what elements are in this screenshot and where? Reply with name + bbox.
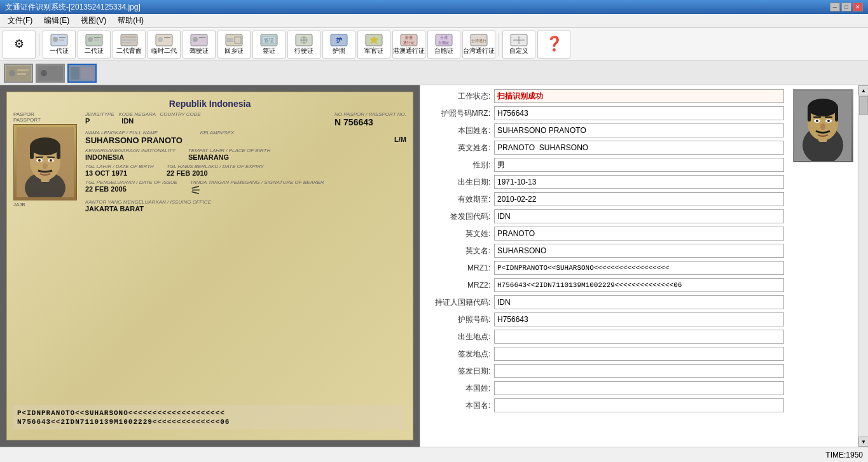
issuedate-input[interactable]: [494, 364, 784, 378]
svg-rect-14: [164, 37, 170, 38]
idtemp-button[interactable]: 临时二代: [148, 31, 181, 59]
scroll-up-button[interactable]: ▲: [858, 85, 868, 95]
menu-edit[interactable]: 编辑(E): [39, 14, 74, 27]
help-button[interactable]: ❓: [537, 31, 570, 59]
svg-point-44: [9, 70, 15, 76]
passport-button[interactable]: 护 护照: [322, 31, 355, 59]
menu-view[interactable]: 视图(V): [76, 14, 111, 27]
id1-icon: [50, 34, 68, 46]
thumb2-preview: [69, 66, 95, 81]
cnname-input[interactable]: [494, 123, 784, 137]
field-row-dob: 出生日期:: [424, 175, 784, 189]
cngiven-input[interactable]: [494, 398, 784, 412]
military-label: 军官证: [364, 46, 383, 55]
svg-rect-11: [122, 42, 132, 43]
ensurname-input[interactable]: [494, 227, 784, 241]
svg-point-1: [53, 37, 58, 42]
dob-input[interactable]: [494, 175, 784, 189]
thumbnail-2[interactable]: [67, 64, 97, 83]
military-button[interactable]: 军官证: [357, 31, 390, 59]
status-bar: TIME:1950: [0, 447, 868, 462]
engiven-input[interactable]: [494, 244, 784, 258]
thumb0-preview: [6, 66, 31, 81]
id2back-icon: [120, 34, 138, 46]
id1-button[interactable]: 一代证: [43, 31, 76, 59]
thumbnail-0[interactable]: [4, 64, 33, 83]
twpass2-label: 台湾通行证: [463, 46, 495, 55]
passportno-input[interactable]: [494, 312, 784, 326]
field-row-status: 工作状态:: [424, 89, 784, 103]
cnsurname-input[interactable]: [494, 381, 784, 395]
svg-point-56: [30, 137, 60, 155]
custom-button[interactable]: 自定义: [502, 31, 535, 59]
menu-help[interactable]: 帮助(H): [113, 14, 149, 27]
toolbar-separator-1: [39, 33, 39, 56]
svg-rect-46: [17, 73, 26, 75]
hkpass-button[interactable]: 港澳通行证 港澳通行证: [392, 31, 425, 59]
svg-rect-77: [813, 116, 821, 118]
idtemp-icon: [155, 34, 173, 46]
expiry-label: TGL HABIS BERLAKU / DATE OF EXPIRY: [167, 164, 264, 169]
svg-text:护: 护: [336, 36, 342, 43]
scroll-track[interactable]: [858, 95, 868, 437]
twpass2-button[interactable]: 台湾通行 台湾通行证: [462, 31, 495, 59]
dob-label: 出生日期:: [424, 177, 494, 188]
title-bar-buttons: ─ □ ✕: [830, 3, 863, 11]
birthplace-input[interactable]: [494, 330, 784, 344]
help-icon: ❓: [546, 36, 563, 52]
id2-button[interactable]: 二代证: [78, 31, 111, 59]
svg-rect-71: [808, 108, 811, 122]
svg-rect-45: [17, 69, 29, 71]
mrz1-input[interactable]: [494, 261, 784, 275]
field-row-mrz2: MRZ2:: [424, 278, 784, 292]
menu-file[interactable]: 文件(F): [3, 14, 38, 27]
field-row-mrz1: MRZ1:: [424, 261, 784, 275]
twpass1-button[interactable]: 台湾台胞证 台胞证: [427, 31, 460, 59]
minimize-button[interactable]: ─: [830, 3, 840, 11]
cngiven-label: 本国名:: [424, 400, 494, 411]
twpass1-icon: 台湾台胞证: [435, 34, 453, 46]
issuecountry-input[interactable]: [494, 209, 784, 223]
visa-button[interactable]: 签证 签证: [252, 31, 286, 59]
svg-point-75: [816, 120, 818, 122]
id2back-button[interactable]: 二代背面: [113, 31, 146, 59]
scroll-thumb[interactable]: [859, 96, 868, 115]
cnsurname-label: 本国姓:: [424, 383, 494, 394]
visa-icon: 签证: [260, 34, 278, 46]
info-content: 工作状态: 护照号码MRZ: 本国姓名: 英文姓名:: [420, 85, 868, 447]
svg-rect-72: [835, 108, 838, 122]
close-button[interactable]: ✕: [853, 3, 863, 11]
enname-input[interactable]: [494, 141, 784, 155]
field-row-holdercountry: 持证人国籍代码:: [424, 295, 784, 309]
scroll-down-button[interactable]: ▼: [858, 437, 868, 447]
mrzno-input[interactable]: [494, 106, 784, 120]
restore-button[interactable]: □: [841, 3, 851, 11]
travel-icon: [295, 34, 313, 46]
settings-button[interactable]: ⚙: [3, 31, 36, 59]
holdercountry-input[interactable]: [494, 295, 784, 309]
status-input[interactable]: [494, 89, 784, 103]
svg-rect-19: [227, 38, 233, 42]
scrollbar[interactable]: ▲ ▼: [858, 85, 868, 447]
svg-rect-10: [122, 39, 136, 41]
driver-icon: [190, 34, 208, 46]
expiry-input[interactable]: [494, 192, 784, 206]
issuing-office-label: TANDA TANGAN PEMEGANG / SIGNATURE OF BEA…: [190, 179, 324, 185]
dob-label: TGL LAHIR / DATE OF BIRTH: [85, 164, 154, 169]
return-button[interactable]: 回乡证: [217, 31, 251, 59]
ensurname-label: 英文姓:: [424, 228, 494, 239]
mrz2-label: MRZ2:: [424, 281, 494, 290]
menu-bar: 文件(F) 编辑(E) 视图(V) 帮助(H): [0, 14, 868, 28]
custom-label: 自定义: [509, 46, 528, 55]
driver-button[interactable]: 驾驶证: [183, 31, 216, 59]
field-row-enname: 英文姓名:: [424, 141, 784, 155]
birthplace-label: TEMPAT LAHIR / PLACE OF BIRTH: [188, 148, 270, 153]
hkpass-icon: 港澳通行证: [400, 34, 418, 46]
issueplace-input[interactable]: [494, 347, 784, 361]
mrz2-input[interactable]: [494, 278, 784, 292]
field-row-birthplace: 出生地点:: [424, 330, 784, 344]
travel-button[interactable]: 行驶证: [287, 31, 320, 59]
gender-input[interactable]: [494, 158, 784, 172]
thumbnail-1[interactable]: [36, 64, 65, 83]
field-row-issuedate: 签发日期:: [424, 364, 784, 378]
